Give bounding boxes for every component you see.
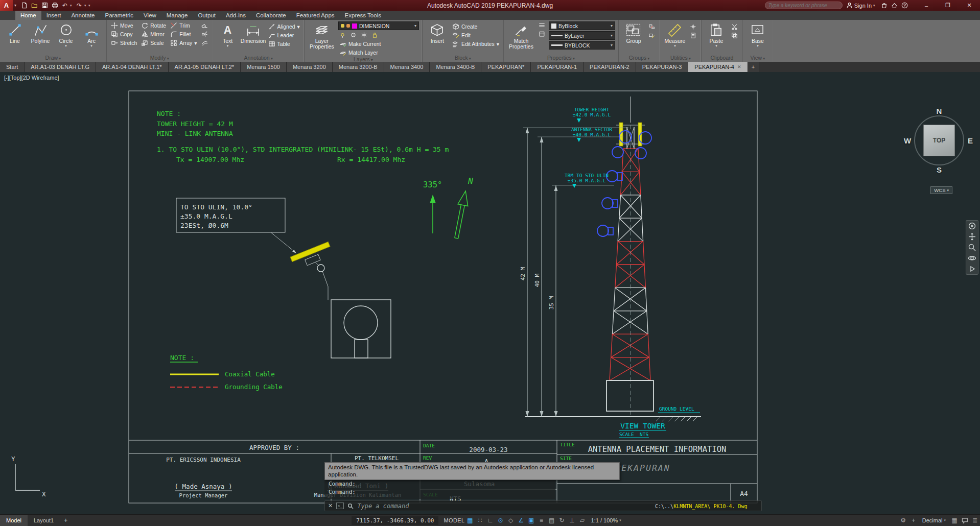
navigation-bar[interactable] bbox=[966, 220, 978, 275]
redo-caret-icon[interactable]: ▾ bbox=[84, 4, 88, 8]
tower-elevation[interactable]: 42 M 40 M 35 M TOWER HEIGHT ±42.0 M.A.G.… bbox=[520, 97, 701, 438]
maximize-button[interactable]: ❐ bbox=[937, 0, 959, 11]
snap-toggle[interactable]: ∷ bbox=[475, 516, 485, 525]
circle-button[interactable]: Circle▾ bbox=[54, 21, 78, 47]
text-button[interactable]: A Text▾ bbox=[216, 21, 240, 47]
file-tab[interactable]: Menara 3400 bbox=[384, 62, 430, 72]
array-button[interactable]: Array▾ bbox=[169, 39, 198, 46]
object-snap-tracking-toggle[interactable]: ∠ bbox=[516, 516, 526, 525]
new-drawing-tab-button[interactable]: + bbox=[748, 62, 759, 72]
layer-off-button[interactable] bbox=[338, 31, 347, 39]
viewcube-north[interactable]: N bbox=[937, 107, 942, 115]
polar-tracking-toggle[interactable]: ⊙ bbox=[496, 516, 506, 525]
lineweight-toggle[interactable]: ≡ bbox=[536, 516, 547, 525]
ungroup-button[interactable] bbox=[647, 23, 657, 31]
3d-object-snap-toggle[interactable]: ⊥ bbox=[567, 516, 577, 525]
object-snap-toggle[interactable]: ▣ bbox=[526, 516, 536, 525]
measure-button[interactable]: Measure▾ bbox=[663, 21, 687, 47]
recent-commands-icon[interactable] bbox=[347, 503, 354, 509]
paste-button[interactable]: Paste▾ bbox=[705, 21, 728, 47]
copy-button[interactable]: Copy bbox=[110, 30, 138, 38]
file-tab-active[interactable]: PEKAPURAN-4✕ bbox=[688, 62, 748, 72]
search-input[interactable] bbox=[768, 3, 837, 8]
viewcube-east[interactable]: E bbox=[968, 136, 973, 145]
hardware-acceleration-icon[interactable]: ⚙ bbox=[898, 516, 908, 525]
insert-block-button[interactable]: Insert bbox=[426, 21, 449, 44]
viewcube-top-face[interactable]: TOP bbox=[923, 125, 955, 156]
file-tab[interactable]: AR.A1-03 DENAH LT.G bbox=[25, 62, 96, 72]
drawing-canvas[interactable]: [-][Top][2D Wireframe] NOTE : TOWER HEIG… bbox=[0, 72, 980, 514]
feedback-bubble-icon[interactable] bbox=[960, 516, 970, 525]
id-point-button[interactable] bbox=[689, 23, 698, 31]
aligned-dimension-button[interactable]: Aligned▾ bbox=[267, 22, 301, 30]
edit-attributes-button[interactable]: Edit Attributes▾ bbox=[451, 40, 500, 47]
signin-menu[interactable]: Sign In▾ bbox=[846, 2, 877, 9]
ortho-toggle[interactable]: ∟ bbox=[485, 516, 496, 525]
file-tab[interactable]: AR.A1-04 DENAH LT.1* bbox=[96, 62, 169, 72]
layer-lock-button[interactable] bbox=[370, 31, 380, 39]
layer-properties-button[interactable]: Layer Properties bbox=[308, 21, 336, 50]
isometric-drafting-toggle[interactable]: ◇ bbox=[506, 516, 516, 525]
file-tab[interactable]: PEKAPURAN-1 bbox=[531, 62, 584, 72]
polyline-button[interactable]: Polyline bbox=[29, 21, 52, 44]
dynamic-ucs-toggle[interactable]: ▱ bbox=[577, 516, 588, 525]
model-tab[interactable]: Model bbox=[0, 515, 28, 526]
viewport-controls[interactable]: [-][Top][2D Wireframe] bbox=[4, 75, 59, 81]
viewcube-west[interactable]: W bbox=[904, 136, 911, 145]
match-properties-button[interactable]: Match Properties bbox=[507, 21, 535, 50]
dimension-button[interactable]: Dimension bbox=[242, 21, 265, 44]
properties-list-icon[interactable] bbox=[538, 21, 547, 29]
file-tab[interactable]: Menara 1500 bbox=[241, 62, 287, 72]
layer-isolate-button[interactable] bbox=[349, 31, 358, 39]
customization-menu-icon[interactable]: ≣ bbox=[970, 516, 980, 525]
microwave-dishes[interactable] bbox=[597, 131, 651, 236]
tab-home[interactable]: Home bbox=[15, 11, 41, 20]
help-search-box[interactable] bbox=[765, 2, 843, 9]
file-tab[interactable]: AR.A1-05 DENAH LT.2* bbox=[169, 62, 241, 72]
qat-customize-caret-icon[interactable]: ▾ bbox=[88, 4, 92, 8]
close-button[interactable]: ✕ bbox=[959, 0, 980, 11]
command-input[interactable]: Type a command bbox=[357, 503, 409, 510]
tab-view[interactable]: View bbox=[138, 11, 161, 20]
exchange-apps-icon[interactable] bbox=[891, 2, 898, 9]
file-tab-start[interactable]: Start bbox=[0, 62, 25, 72]
close-command-line-icon[interactable]: ✕ bbox=[328, 503, 333, 509]
autocad-logo-icon[interactable]: A bbox=[0, 0, 13, 11]
tab-featured-apps[interactable]: Featured Apps bbox=[291, 11, 340, 20]
erase-button[interactable] bbox=[200, 21, 209, 29]
quick-calc-button[interactable] bbox=[689, 32, 698, 39]
file-tab[interactable]: PEKAPURAN* bbox=[481, 62, 531, 72]
stretch-button[interactable]: Stretch bbox=[110, 39, 138, 46]
tab-manage[interactable]: Manage bbox=[161, 11, 193, 20]
open-file-button[interactable] bbox=[29, 1, 39, 10]
transparency-toggle[interactable]: ▤ bbox=[547, 516, 557, 525]
layout1-tab[interactable]: Layout1 bbox=[28, 515, 60, 526]
app-menu-caret-icon[interactable]: ▾ bbox=[13, 3, 18, 8]
group-edit-button[interactable] bbox=[647, 32, 657, 39]
close-tab-icon[interactable]: ✕ bbox=[737, 64, 741, 69]
line-button[interactable]: Line bbox=[3, 21, 27, 44]
north-arrow[interactable]: 335° N bbox=[423, 176, 473, 239]
isolate-objects-icon[interactable]: + bbox=[908, 516, 919, 525]
group-button[interactable]: Group bbox=[622, 21, 645, 44]
antenna-detail[interactable] bbox=[290, 242, 391, 358]
grid-toggle[interactable]: ▦ bbox=[465, 516, 475, 525]
match-layer-button[interactable]: Match Layer bbox=[338, 49, 419, 56]
cut-button[interactable] bbox=[730, 23, 739, 31]
table-button[interactable]: Table bbox=[267, 40, 301, 47]
lineweight-dropdown[interactable]: BYBLOCK▾ bbox=[549, 41, 615, 50]
move-button[interactable]: Move bbox=[110, 21, 138, 29]
wcs-dropdown[interactable]: WCS▾ bbox=[930, 186, 952, 194]
tab-insert[interactable]: Insert bbox=[41, 11, 66, 20]
trim-button[interactable]: Trim bbox=[169, 21, 198, 29]
space-indicator[interactable]: MODEL bbox=[444, 517, 464, 523]
file-tab[interactable]: Menara 3200 bbox=[287, 62, 333, 72]
help-icon[interactable] bbox=[901, 2, 908, 9]
tab-addins[interactable]: Add-ins bbox=[221, 11, 251, 20]
new-file-button[interactable] bbox=[19, 1, 29, 10]
linetype-dropdown[interactable]: ByLayer▾ bbox=[549, 31, 615, 40]
leader-button[interactable]: Leader bbox=[267, 31, 301, 39]
file-tab[interactable]: PEKAPURAN-2 bbox=[584, 62, 636, 72]
viewcube[interactable]: N S W E TOP bbox=[907, 109, 971, 172]
offset-button[interactable] bbox=[200, 39, 209, 46]
